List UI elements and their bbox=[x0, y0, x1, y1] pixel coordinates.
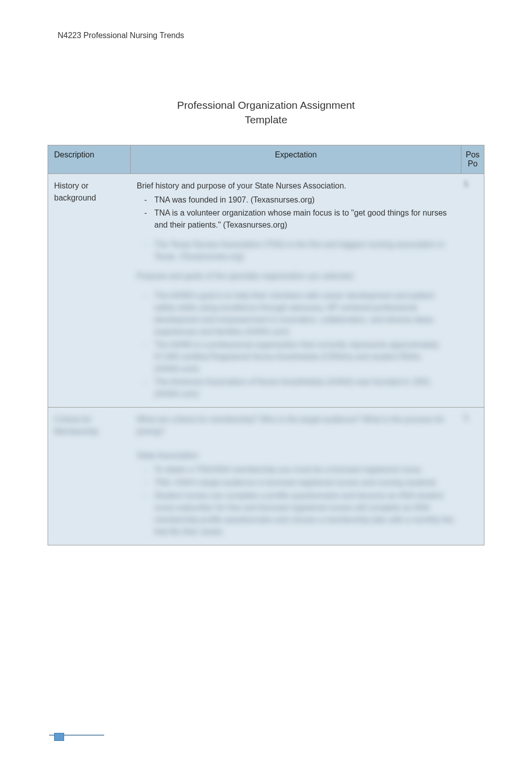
assignment-table: Description Expectation Pos Po History o… bbox=[48, 145, 484, 545]
row1-expectation: Brief history and purpose of your State … bbox=[131, 174, 461, 407]
title-line-2: Template bbox=[244, 114, 287, 125]
expectation-bullets: TNA was founded in 1907. (Texasnurses.or… bbox=[137, 194, 455, 231]
table-row: History or background Brief history and … bbox=[48, 174, 484, 407]
row2-description: Criteria for Membership bbox=[48, 408, 131, 545]
list-item: To obtain a TNA/ANA membership you must … bbox=[154, 464, 455, 476]
title-line-1: Professional Organization Assignment bbox=[177, 99, 355, 111]
column-header-points: Pos Po bbox=[461, 145, 484, 173]
list-item: The Texas Nurses Association (TNA) is th… bbox=[154, 239, 455, 263]
table-header-row: Description Expectation Pos Po bbox=[48, 145, 484, 174]
list-item: TNA / ANA's target audience is licensed … bbox=[154, 477, 455, 489]
expectation-intro: Brief history and purpose of your State … bbox=[137, 180, 455, 192]
blurred-bullets: The Texas Nurses Association (TNA) is th… bbox=[137, 239, 455, 263]
column-header-expectation: Expectation bbox=[131, 145, 461, 173]
blurred-section-head: Purpose and goals of the specialty organ… bbox=[137, 270, 455, 282]
list-item: TNA was founded in 1907. (Texasnurses.or… bbox=[154, 194, 455, 206]
points-header-line1: Pos bbox=[464, 150, 481, 159]
list-item: TNA is a volunteer organization whose ma… bbox=[154, 207, 455, 231]
course-header: N4223 Professional Nursing Trends bbox=[58, 31, 184, 40]
column-header-description: Description bbox=[48, 145, 131, 173]
page-tab-icon bbox=[54, 733, 64, 741]
list-item: The American Association of Nurse Anesth… bbox=[154, 376, 455, 400]
row2-expectation: What are criteria for membership? Who is… bbox=[131, 408, 461, 545]
row1-description: History or background bbox=[48, 174, 131, 407]
list-item: Student nurses can complete a profile qu… bbox=[154, 490, 455, 538]
row2-list: To obtain a TNA/ANA membership you must … bbox=[137, 464, 455, 538]
points-header-line2: Po bbox=[464, 159, 481, 168]
blurred-section-list: The AANN's goal is to help their members… bbox=[137, 290, 455, 400]
list-item: The AANN's goal is to help their members… bbox=[154, 290, 455, 338]
row2-expectation-head: What are criteria for membership? Who is… bbox=[137, 414, 455, 438]
row2-subhead: State Association bbox=[137, 450, 455, 462]
document-title: Professional Organization Assignment Tem… bbox=[0, 98, 532, 127]
list-item: The AANN is a professional organization … bbox=[154, 339, 455, 375]
row1-points: 5 bbox=[461, 174, 484, 407]
table-row: Criteria for Membership What are criteri… bbox=[48, 407, 484, 545]
row2-points: 5 bbox=[461, 408, 484, 545]
desc-line2: background bbox=[54, 192, 125, 204]
desc-line1: History or bbox=[54, 180, 125, 192]
